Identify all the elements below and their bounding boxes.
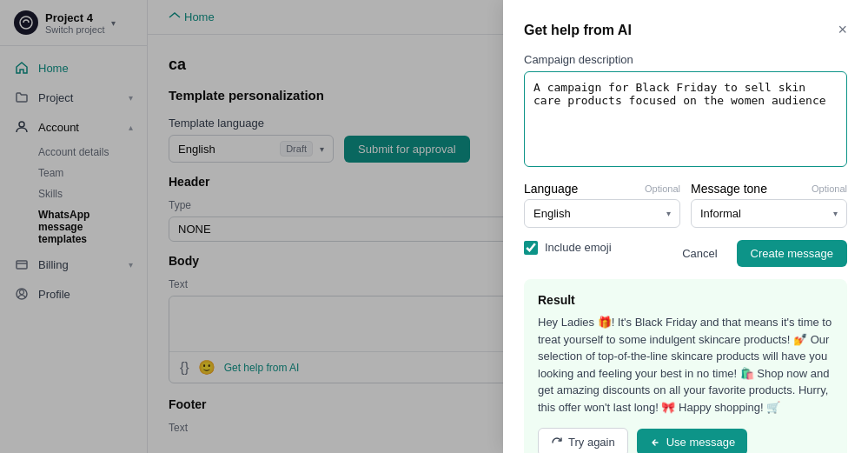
message-tone-label: Message tone	[691, 182, 767, 196]
result-text: Hey Ladies 🎁! It's Black Friday and that…	[538, 314, 833, 416]
include-emoji-label: Include emoji	[545, 241, 612, 254]
campaign-desc-label: Campaign description	[524, 53, 847, 66]
language-chevron-icon: ▾	[666, 209, 671, 218]
ai-help-modal: Get help from AI × Campaign description …	[503, 0, 868, 453]
try-again-label: Try again	[568, 436, 615, 449]
use-message-button[interactable]: Use message	[637, 429, 747, 453]
result-section: Result Hey Ladies 🎁! It's Black Friday a…	[524, 279, 847, 453]
language-select-value: English	[533, 207, 571, 220]
modal-title: Get help from AI	[524, 23, 632, 38]
modal-header: Get help from AI ×	[524, 21, 847, 39]
use-message-label: Use message	[666, 436, 735, 449]
language-select[interactable]: English ▾	[524, 199, 680, 228]
message-tone-value: Informal	[700, 207, 741, 220]
language-label: Language	[524, 182, 578, 196]
modal-overlay: Get help from AI × Campaign description …	[0, 0, 868, 453]
arrow-left-icon	[649, 436, 661, 449]
modal-action-buttons: Cancel Create message	[672, 240, 847, 267]
create-message-button[interactable]: Create message	[737, 240, 847, 267]
tone-chevron-icon: ▾	[833, 209, 838, 218]
campaign-desc-group: Campaign description A campaign for Blac…	[524, 53, 847, 170]
message-tone-optional: Optional	[812, 183, 847, 194]
result-actions: Try again Use message	[538, 428, 833, 453]
result-title: Result	[538, 293, 833, 307]
cancel-button[interactable]: Cancel	[672, 240, 727, 267]
language-col: Language Optional English ▾	[524, 182, 680, 228]
include-emoji-checkbox[interactable]	[524, 241, 538, 255]
language-optional: Optional	[645, 183, 680, 194]
campaign-desc-textarea[interactable]: A campaign for Black Friday to sell skin…	[524, 71, 847, 167]
emoji-action-row: Include emoji Cancel Create message	[524, 240, 847, 267]
lang-tone-row: Language Optional English ▾ Message tone…	[524, 182, 847, 228]
message-tone-select[interactable]: Informal ▾	[691, 199, 847, 228]
refresh-icon	[551, 436, 563, 449]
try-again-button[interactable]: Try again	[538, 428, 628, 453]
modal-close-button[interactable]: ×	[838, 21, 847, 39]
include-emoji-row: Include emoji	[524, 241, 612, 255]
tone-col: Message tone Optional Informal ▾	[691, 182, 847, 228]
